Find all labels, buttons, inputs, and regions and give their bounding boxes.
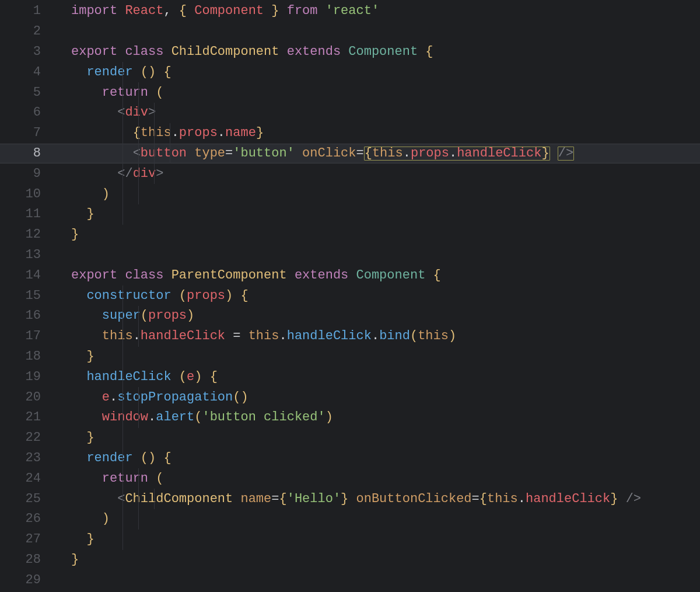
code-content[interactable]: } (51, 530, 700, 550)
code-content[interactable]: this.handleClick = this.handleClick.bind… (51, 326, 700, 347)
code-content[interactable]: constructor (props) { (51, 285, 700, 306)
token: { (240, 290, 248, 302)
code-line[interactable]: 9 </div> (0, 163, 700, 184)
token: { (480, 493, 487, 506)
code-line[interactable]: 6 <div> (0, 103, 700, 123)
token: e (187, 371, 194, 384)
token (117, 46, 125, 58)
bracket-match-box: {this.props.handleClick} (364, 147, 550, 161)
code-line[interactable]: 13 (0, 245, 700, 266)
token (187, 5, 194, 18)
line-number: 29 (0, 570, 51, 590)
token: . (148, 411, 156, 424)
code-content[interactable]: ) (51, 509, 700, 530)
code-line[interactable]: 28} (0, 550, 700, 570)
code-line[interactable]: 29 (0, 570, 700, 590)
token (233, 290, 240, 302)
token (341, 46, 348, 58)
token (295, 147, 302, 160)
code-line[interactable]: 5 return ( (0, 82, 700, 103)
code-content[interactable]: } (51, 428, 700, 448)
token: /> (558, 146, 573, 161)
code-line[interactable]: 25 <ChildComponent name={'Hello'} onButt… (0, 489, 700, 509)
code-content[interactable]: {this.props.name} (51, 123, 700, 144)
code-content[interactable]: } (51, 225, 700, 245)
code-content[interactable]: } (51, 347, 700, 367)
code-content[interactable] (51, 570, 700, 590)
code-content[interactable]: </div> (51, 163, 700, 184)
code-content[interactable] (51, 22, 700, 42)
line-number: 19 (0, 367, 51, 387)
code-line[interactable]: 15 constructor (props) { (0, 285, 700, 306)
token: ) (102, 188, 110, 201)
code-content[interactable]: export class ParentComponent extends Com… (51, 265, 700, 285)
code-content[interactable]: ) (51, 184, 700, 204)
token: handleClick (141, 330, 225, 343)
code-content[interactable]: e.stopPropagation() (51, 387, 700, 408)
token: name (240, 493, 271, 506)
code-line[interactable]: 3export class ChildComponent extends Com… (0, 42, 700, 62)
code-content[interactable]: export class ChildComponent extends Comp… (51, 42, 700, 62)
code-line[interactable]: 11 } (0, 204, 700, 225)
code-content[interactable]: return ( (51, 468, 700, 489)
token (348, 493, 356, 506)
code-line[interactable]: 1import React, { Component } from 'react… (0, 1, 700, 22)
code-line[interactable]: 23 render () { (0, 448, 700, 469)
token: ) (449, 330, 456, 343)
code-line[interactable]: 2 (0, 22, 700, 42)
token: } (541, 146, 549, 161)
token: e (102, 391, 110, 404)
token: render (86, 66, 132, 79)
code-line[interactable]: 27 } (0, 530, 700, 550)
code-line[interactable]: 4 render () { (0, 62, 700, 82)
code-content[interactable]: import React, { Component } from 'react' (51, 1, 700, 22)
token: () (233, 391, 248, 404)
code-line[interactable]: 17 this.handleClick = this.handleClick.b… (0, 326, 700, 347)
code-line[interactable]: 12} (0, 225, 700, 245)
code-line[interactable]: 21 window.alert('button clicked') (0, 408, 700, 428)
code-line[interactable]: 19 handleClick (e) { (0, 367, 700, 387)
code-line[interactable]: 10 ) (0, 184, 700, 204)
code-line[interactable]: 26 ) (0, 509, 700, 530)
code-content[interactable]: } (51, 204, 700, 225)
token: ChildComponent (172, 46, 279, 58)
code-content[interactable]: <button type='button' onClick={this.prop… (51, 144, 700, 164)
code-content[interactable]: render () { (51, 448, 700, 469)
code-content[interactable]: handleClick (e) { (51, 367, 700, 387)
code-content[interactable]: return ( (51, 82, 700, 103)
code-content[interactable]: render () { (51, 62, 700, 82)
token (133, 66, 141, 79)
code-line[interactable]: 18 } (0, 347, 700, 367)
token: { (163, 452, 171, 465)
line-number: 10 (0, 184, 51, 204)
code-line[interactable]: 22 } (0, 428, 700, 448)
code-line[interactable]: 20 e.stopPropagation() (0, 387, 700, 408)
token: ) (187, 309, 194, 322)
code-line[interactable]: 16 super(props) (0, 306, 700, 326)
token: render (86, 452, 132, 465)
token: . (133, 330, 141, 343)
token: ) (326, 411, 333, 424)
token: } (86, 431, 94, 444)
code-editor[interactable]: 1import React, { Component } from 'react… (0, 0, 700, 592)
token: } (86, 533, 94, 546)
line-number: 16 (0, 306, 51, 326)
token: bind (379, 330, 410, 343)
code-line[interactable]: 8 <button type='button' onClick={this.pr… (0, 144, 700, 164)
code-content[interactable]: window.alert('button clicked') (51, 408, 700, 428)
token: React (125, 5, 163, 18)
code-content[interactable]: <ChildComponent name={'Hello'} onButtonC… (51, 489, 700, 509)
code-line[interactable]: 14export class ParentComponent extends C… (0, 265, 700, 285)
token: . (449, 146, 457, 161)
code-line[interactable]: 7 {this.props.name} (0, 123, 700, 144)
code-line[interactable]: 24 return ( (0, 468, 700, 489)
token: type (194, 147, 225, 160)
token: = (271, 493, 279, 506)
code-content[interactable]: super(props) (51, 306, 700, 326)
line-number: 8 (0, 144, 51, 164)
code-content[interactable]: } (51, 550, 700, 570)
code-content[interactable] (51, 245, 700, 266)
code-content[interactable]: <div> (51, 103, 700, 123)
line-number: 2 (0, 22, 51, 42)
token: < (117, 493, 125, 506)
